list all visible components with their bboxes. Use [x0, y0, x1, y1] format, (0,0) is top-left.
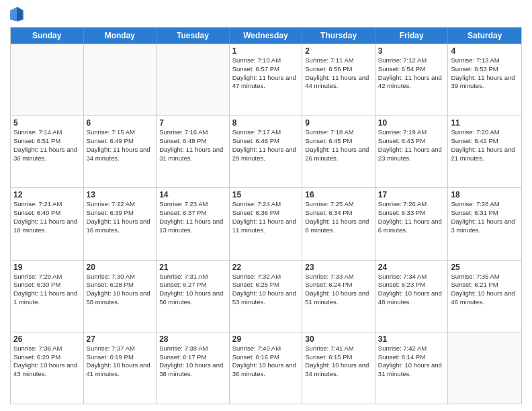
day-number: 12 [13, 190, 81, 199]
cell-info: Sunrise: 7:19 AM Sunset: 6:43 PM Dayligh… [378, 128, 445, 163]
calendar-cell: 11Sunrise: 7:20 AM Sunset: 6:42 PM Dayli… [448, 116, 521, 187]
day-number: 8 [232, 118, 300, 128]
cell-info: Sunrise: 7:22 AM Sunset: 6:39 PM Dayligh… [87, 200, 154, 234]
calendar-cell [448, 332, 521, 404]
cell-info: Sunrise: 7:38 AM Sunset: 6:17 PM Dayligh… [159, 345, 226, 379]
calendar-row: 12Sunrise: 7:21 AM Sunset: 6:40 PM Dayli… [11, 187, 521, 259]
cell-info: Sunrise: 7:30 AM Sunset: 6:28 PM Dayligh… [87, 273, 154, 307]
calendar-cell [11, 44, 84, 116]
cell-info: Sunrise: 7:23 AM Sunset: 6:37 PM Dayligh… [159, 200, 226, 234]
calendar-header-row: SundayMondayTuesdayWednesdayThursdayFrid… [11, 28, 521, 44]
cell-info: Sunrise: 7:21 AM Sunset: 6:40 PM Dayligh… [13, 200, 81, 234]
cell-info: Sunrise: 7:36 AM Sunset: 6:20 PM Dayligh… [13, 345, 81, 379]
day-number: 4 [451, 46, 519, 56]
calendar-cell: 17Sunrise: 7:26 AM Sunset: 6:33 PM Dayli… [375, 188, 449, 259]
cell-info: Sunrise: 7:26 AM Sunset: 6:33 PM Dayligh… [378, 200, 445, 234]
calendar-cell: 27Sunrise: 7:37 AM Sunset: 6:19 PM Dayli… [84, 332, 157, 404]
logo [10, 7, 25, 21]
day-number: 31 [378, 334, 445, 344]
calendar-cell: 22Sunrise: 7:32 AM Sunset: 6:25 PM Dayli… [230, 261, 303, 332]
day-number: 9 [305, 118, 372, 128]
cell-info: Sunrise: 7:40 AM Sunset: 6:16 PM Dayligh… [232, 345, 300, 379]
cell-info: Sunrise: 7:31 AM Sunset: 6:27 PM Dayligh… [159, 273, 226, 307]
cell-info: Sunrise: 7:25 AM Sunset: 6:34 PM Dayligh… [305, 200, 372, 234]
cell-info: Sunrise: 7:34 AM Sunset: 6:23 PM Dayligh… [378, 273, 445, 307]
cell-info: Sunrise: 7:13 AM Sunset: 6:53 PM Dayligh… [451, 56, 519, 91]
calendar-header-cell: Friday [375, 28, 449, 44]
day-number: 6 [87, 118, 154, 128]
calendar-cell: 21Sunrise: 7:31 AM Sunset: 6:27 PM Dayli… [157, 261, 230, 332]
calendar-cell: 10Sunrise: 7:19 AM Sunset: 6:43 PM Dayli… [375, 116, 449, 187]
cell-info: Sunrise: 7:35 AM Sunset: 6:21 PM Dayligh… [451, 273, 519, 307]
cell-info: Sunrise: 7:16 AM Sunset: 6:48 PM Dayligh… [159, 128, 226, 163]
day-number: 2 [305, 46, 372, 56]
calendar-cell: 12Sunrise: 7:21 AM Sunset: 6:40 PM Dayli… [11, 188, 84, 259]
page-header [10, 7, 522, 21]
cell-info: Sunrise: 7:41 AM Sunset: 6:15 PM Dayligh… [305, 345, 372, 379]
cell-info: Sunrise: 7:10 AM Sunset: 6:57 PM Dayligh… [232, 56, 300, 91]
calendar-cell: 1Sunrise: 7:10 AM Sunset: 6:57 PM Daylig… [230, 44, 303, 116]
cell-info: Sunrise: 7:24 AM Sunset: 6:36 PM Dayligh… [232, 200, 300, 234]
day-number: 10 [378, 118, 445, 128]
calendar-cell: 26Sunrise: 7:36 AM Sunset: 6:20 PM Dayli… [11, 332, 84, 404]
calendar-cell: 25Sunrise: 7:35 AM Sunset: 6:21 PM Dayli… [448, 261, 521, 332]
calendar-cell: 20Sunrise: 7:30 AM Sunset: 6:28 PM Dayli… [84, 261, 157, 332]
calendar-cell: 9Sunrise: 7:18 AM Sunset: 6:45 PM Daylig… [302, 116, 375, 187]
logo-icon [10, 7, 24, 21]
calendar-cell: 2Sunrise: 7:11 AM Sunset: 6:56 PM Daylig… [302, 44, 375, 116]
calendar-cell: 30Sunrise: 7:41 AM Sunset: 6:15 PM Dayli… [302, 332, 375, 404]
calendar-cell: 15Sunrise: 7:24 AM Sunset: 6:36 PM Dayli… [230, 188, 303, 259]
day-number: 1 [232, 46, 300, 56]
day-number: 7 [159, 118, 226, 128]
day-number: 11 [451, 118, 519, 128]
calendar-row: 19Sunrise: 7:29 AM Sunset: 6:30 PM Dayli… [11, 260, 521, 332]
calendar-cell: 18Sunrise: 7:28 AM Sunset: 6:31 PM Dayli… [448, 188, 521, 259]
day-number: 27 [87, 334, 154, 344]
day-number: 18 [451, 190, 519, 199]
cell-info: Sunrise: 7:11 AM Sunset: 6:56 PM Dayligh… [305, 56, 372, 91]
day-number: 23 [305, 263, 372, 272]
day-number: 19 [13, 263, 81, 272]
calendar: SundayMondayTuesdayWednesdayThursdayFrid… [10, 27, 522, 404]
calendar-cell: 31Sunrise: 7:42 AM Sunset: 6:14 PM Dayli… [375, 332, 449, 404]
day-number: 28 [159, 334, 226, 344]
calendar-header-cell: Thursday [302, 28, 375, 44]
calendar-cell: 24Sunrise: 7:34 AM Sunset: 6:23 PM Dayli… [375, 261, 449, 332]
day-number: 26 [13, 334, 81, 344]
calendar-header-cell: Wednesday [230, 28, 303, 44]
calendar-cell [157, 44, 230, 116]
calendar-cell: 7Sunrise: 7:16 AM Sunset: 6:48 PM Daylig… [157, 116, 230, 187]
cell-info: Sunrise: 7:20 AM Sunset: 6:42 PM Dayligh… [451, 128, 519, 163]
calendar-cell: 5Sunrise: 7:14 AM Sunset: 6:51 PM Daylig… [11, 116, 84, 187]
calendar-cell: 19Sunrise: 7:29 AM Sunset: 6:30 PM Dayli… [11, 261, 84, 332]
day-number: 22 [232, 263, 300, 272]
cell-info: Sunrise: 7:12 AM Sunset: 6:54 PM Dayligh… [378, 56, 445, 91]
calendar-cell: 8Sunrise: 7:17 AM Sunset: 6:46 PM Daylig… [230, 116, 303, 187]
calendar-cell [84, 44, 157, 116]
calendar-cell: 6Sunrise: 7:15 AM Sunset: 6:49 PM Daylig… [84, 116, 157, 187]
cell-info: Sunrise: 7:42 AM Sunset: 6:14 PM Dayligh… [378, 345, 445, 379]
calendar-row: 26Sunrise: 7:36 AM Sunset: 6:20 PM Dayli… [11, 332, 521, 404]
cell-info: Sunrise: 7:18 AM Sunset: 6:45 PM Dayligh… [305, 128, 372, 163]
cell-info: Sunrise: 7:32 AM Sunset: 6:25 PM Dayligh… [232, 273, 300, 307]
day-number: 20 [87, 263, 154, 272]
day-number: 24 [378, 263, 445, 272]
day-number: 17 [378, 190, 445, 199]
day-number: 15 [232, 190, 300, 199]
calendar-header-cell: Saturday [448, 28, 521, 44]
cell-info: Sunrise: 7:37 AM Sunset: 6:19 PM Dayligh… [87, 345, 154, 379]
cell-info: Sunrise: 7:28 AM Sunset: 6:31 PM Dayligh… [451, 200, 519, 234]
cell-info: Sunrise: 7:14 AM Sunset: 6:51 PM Dayligh… [13, 128, 81, 163]
calendar-header-cell: Tuesday [157, 28, 230, 44]
day-number: 25 [451, 263, 519, 272]
calendar-cell: 4Sunrise: 7:13 AM Sunset: 6:53 PM Daylig… [448, 44, 521, 116]
calendar-header-cell: Monday [84, 28, 157, 44]
day-number: 30 [305, 334, 372, 344]
calendar-cell: 14Sunrise: 7:23 AM Sunset: 6:37 PM Dayli… [157, 188, 230, 259]
calendar-cell: 13Sunrise: 7:22 AM Sunset: 6:39 PM Dayli… [84, 188, 157, 259]
day-number: 5 [13, 118, 81, 128]
calendar-row: 1Sunrise: 7:10 AM Sunset: 6:57 PM Daylig… [11, 44, 521, 116]
calendar-body: 1Sunrise: 7:10 AM Sunset: 6:57 PM Daylig… [11, 44, 521, 404]
day-number: 21 [159, 263, 226, 272]
day-number: 14 [159, 190, 226, 199]
